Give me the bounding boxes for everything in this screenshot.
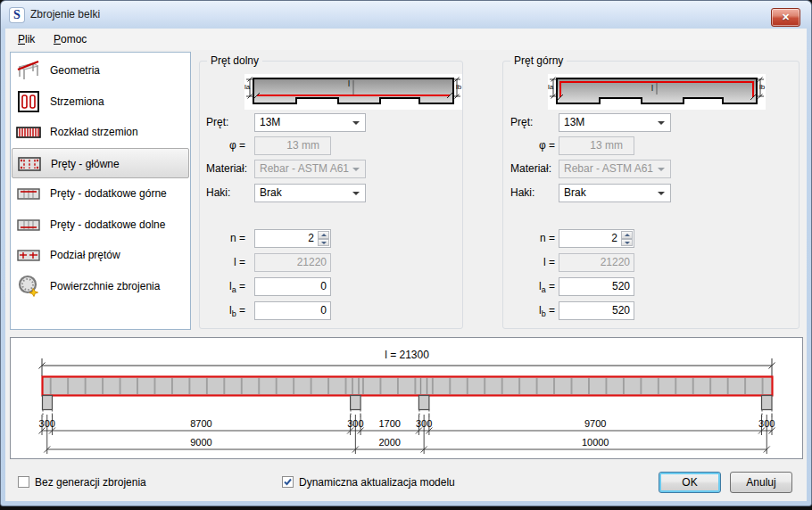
n-spinner[interactable]: 2 [254,229,331,248]
sidebar-item-prety-dodatkowe-dolne[interactable]: Pręty - dodatkowe dolne [12,210,189,241]
svg-text:300: 300 [416,418,432,429]
n-label: n = [200,229,245,248]
window-title: Zbrojenie belki [30,1,100,28]
chevron-down-icon [658,121,665,125]
chevron-down-icon [352,192,360,195]
phi-label: φ = [503,136,555,155]
haki-label: Haki: [510,184,534,202]
pret-label: Pręt: [206,113,228,132]
chevron-down-icon [352,168,360,171]
svg-text:2000: 2000 [379,437,401,448]
menu-pomoc[interactable]: Pomoc [48,31,92,47]
lb-field[interactable]: 520 [559,301,634,320]
beam-elevation-drawing: l = 21300 [11,338,802,458]
dialog-window: S Zbrojenie belki ✕ Plik Pomoc [0,0,812,506]
spin-down-button[interactable] [621,239,633,247]
additional-bottom-bars-icon [16,212,41,237]
dynamic-update-label: Dynamiczna aktualizacja modelu [299,475,455,489]
dynamic-update-checkbox[interactable] [282,476,294,488]
material-label: Materiał: [206,160,247,178]
svg-text:300: 300 [347,418,363,429]
group-pret-dolny: Pręt dolny l la lb Pręt: 13M φ = 13 mm M… [199,61,463,329]
l-field: 21220 [559,253,634,272]
l-label: l = [503,253,555,272]
lb-label: lb = [503,301,555,324]
svg-text:l = 21300: l = 21300 [385,349,429,361]
dialog-client-area: Plik Pomoc Geometria [5,29,807,501]
svg-text:300: 300 [758,418,775,429]
svg-text:lb: lb [759,83,766,91]
sidebar-item-strzemiona[interactable]: Strzemiona [12,86,189,118]
category-list: Geometria Strzemiona [10,52,191,330]
pret-combobox[interactable]: 13M [254,113,366,132]
svg-text:10000: 10000 [582,437,609,448]
svg-text:la: la [244,83,251,91]
haki-label: Haki: [206,184,230,202]
l-label: l = [200,253,245,272]
titlebar[interactable]: S Zbrojenie belki ✕ [1,1,811,29]
phi-field: 13 mm [254,136,331,155]
menu-plik[interactable]: Plik [12,31,40,47]
chevron-down-icon [658,192,665,195]
app-icon: S [10,8,24,22]
stirrups-icon [16,89,41,114]
close-icon: ✕ [772,11,800,23]
group-title: Pręt górny [510,54,567,68]
group-title: Pręt dolny [207,54,262,68]
reinforcement-surfaces-icon [16,274,41,299]
lb-label: lb = [200,301,245,324]
chevron-down-icon [352,121,360,125]
pret-combobox[interactable]: 13M [559,113,671,132]
group-pret-gorny: Pręt górny l la lb Pręt: 13M φ = 13 mm M… [502,61,800,329]
svg-text:300: 300 [39,418,55,429]
check-icon [283,477,293,487]
main-bars-icon [17,152,42,177]
la-field[interactable]: 520 [559,277,634,296]
svg-text:9700: 9700 [584,418,606,429]
svg-text:lb: lb [456,83,462,91]
no-generation-checkbox[interactable] [18,476,29,488]
ok-button[interactable]: OK [659,472,721,493]
haki-combobox[interactable]: Brak [254,184,366,202]
bottom-bar-diagram: l la lb [244,74,462,110]
material-label: Materiał: [510,160,551,178]
top-bar-diagram: l la lb [548,74,766,110]
cancel-button[interactable]: Anuluj [730,472,792,493]
material-combobox: Rebar - ASTM A61 [559,160,671,178]
svg-text:l: l [651,84,653,93]
lb-field[interactable]: 0 [254,301,331,320]
la-label: la = [503,277,555,300]
no-generation-label: Bez generacji zbrojenia [35,475,146,489]
sidebar-item-geometria[interactable]: Geometria [12,55,189,86]
n-spinner[interactable]: 2 [559,229,634,248]
spin-down-button[interactable] [318,239,329,247]
haki-combobox[interactable]: Brak [559,184,671,202]
svg-text:8700: 8700 [190,418,211,429]
n-label: n = [503,229,555,248]
svg-text:9000: 9000 [190,437,211,448]
svg-text:la: la [548,83,554,91]
sidebar-item-rozklad-strzemion[interactable]: Rozkład strzemion [12,117,189,148]
chevron-down-icon [658,168,665,171]
bar-division-icon [16,243,41,267]
la-field[interactable]: 0 [254,277,331,296]
sidebar-item-podzial-pretow[interactable]: Podział prętów [12,240,189,271]
beam-elevation-panel: l = 21300 [10,337,803,459]
geometry-icon [16,58,41,83]
additional-top-bars-icon [16,181,41,206]
la-label: la = [200,277,245,300]
menubar: Plik Pomoc [5,29,807,50]
spin-up-button[interactable] [621,231,633,239]
sidebar-item-powierzchnie-zbrojenia[interactable]: Powierzchnie zbrojenia [12,271,189,302]
phi-field: 13 mm [559,136,634,155]
svg-text:l: l [348,79,350,88]
close-button[interactable]: ✕ [771,8,800,27]
stirrup-distribution-icon [16,119,41,144]
pret-label: Pręt: [510,113,533,132]
material-combobox: Rebar - ASTM A61 [254,160,366,178]
svg-text:1700: 1700 [379,418,401,429]
spin-up-button[interactable] [318,231,329,239]
sidebar-item-prety-dodatkowe-gorne[interactable]: Pręty - dodatkowe górne [12,178,189,210]
l-field: 21220 [254,253,331,272]
sidebar-item-prety-glowne[interactable]: Pręty - główne [12,148,189,179]
